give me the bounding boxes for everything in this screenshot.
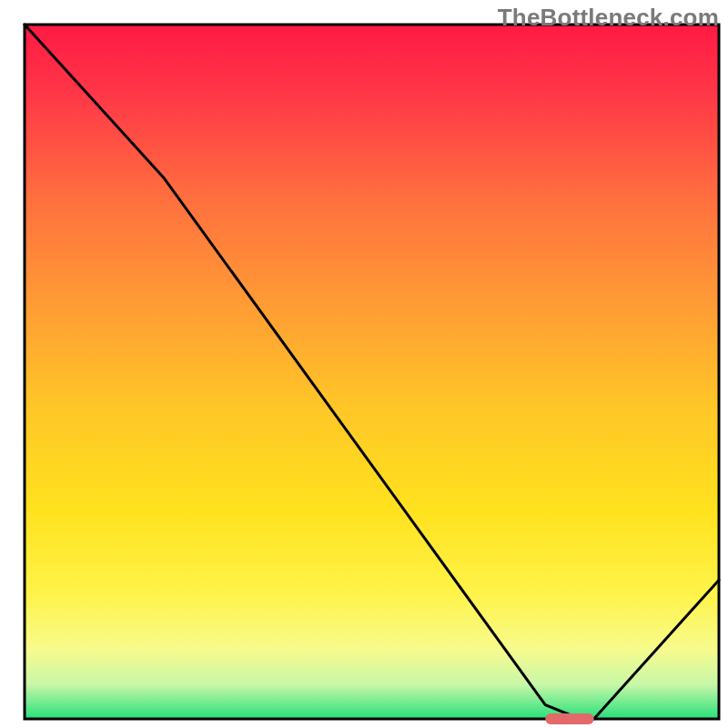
watermark-text: TheBottleneck.com (498, 4, 719, 32)
bottleneck-chart (0, 0, 728, 728)
chart-container: TheBottleneck.com (0, 0, 728, 728)
plot-background (25, 25, 719, 719)
optimal-range-marker (545, 713, 593, 724)
